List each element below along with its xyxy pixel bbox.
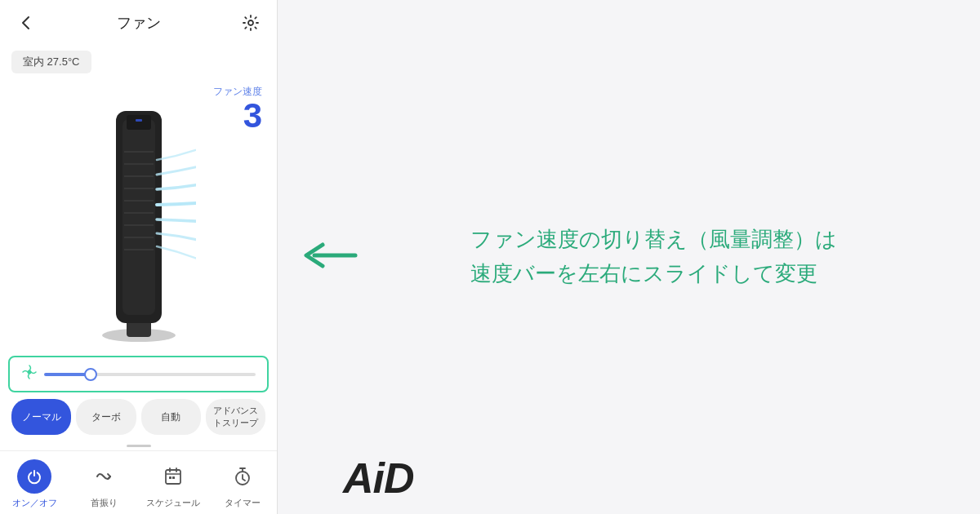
fan-speed-value: 3: [213, 99, 262, 133]
nav-item-timer[interactable]: タイマー: [207, 459, 277, 509]
nav-item-power[interactable]: オン／オフ: [0, 459, 69, 509]
mode-buttons: ノーマル ターボ 自動 アドバンストスリープ: [0, 392, 277, 441]
fan-speed-label: ファン速度 3: [213, 85, 262, 133]
scroll-indicator: [0, 441, 277, 450]
mode-turbo-button[interactable]: ターボ: [76, 399, 136, 435]
power-icon: [17, 459, 51, 494]
svg-point-0: [248, 20, 253, 25]
swing-icon: [87, 459, 121, 494]
svg-rect-5: [127, 115, 151, 130]
settings-button[interactable]: [239, 11, 262, 34]
header: ファン: [0, 0, 277, 46]
annotation-line1: ファン速度の切り替え（風量調整）は: [470, 223, 837, 257]
page-title: ファン: [117, 13, 161, 33]
nav-label-power: オン／オフ: [12, 497, 57, 509]
annotation-panel: ファン速度の切り替え（風量調整）は 速度バーを左右にスライドして変更 AiD: [278, 0, 980, 514]
svg-rect-6: [136, 119, 142, 122]
fan-display: ファン速度 3: [0, 78, 277, 356]
speed-slider-area: [8, 356, 269, 392]
bottom-nav: オン／オフ 首振り スケジュール: [0, 450, 277, 514]
phone-panel: ファン 室内 27.5°C ファン速度 3: [0, 0, 278, 514]
timer-icon: [225, 459, 260, 494]
arrow-container: [302, 235, 359, 279]
fan-image: [82, 86, 196, 348]
nav-label-timer: タイマー: [225, 497, 261, 509]
room-temp-bar: 室内 27.5°C: [0, 46, 277, 78]
svg-rect-18: [169, 476, 172, 479]
nav-label-schedule: スケジュール: [146, 497, 200, 509]
mode-normal-button[interactable]: ノーマル: [11, 399, 71, 435]
schedule-icon: [156, 459, 190, 494]
svg-rect-19: [172, 476, 175, 479]
mode-auto-button[interactable]: 自動: [141, 399, 201, 435]
svg-rect-4: [122, 119, 155, 315]
room-temp-badge: 室内 27.5°C: [11, 51, 91, 73]
mode-advanced-button[interactable]: アドバンストスリープ: [206, 399, 265, 435]
speed-slider[interactable]: [44, 373, 256, 376]
nav-item-swing[interactable]: 首振り: [69, 459, 139, 509]
back-button[interactable]: [15, 11, 38, 34]
annotation-line2: 速度バーを左右にスライドして変更: [470, 257, 837, 291]
aid-watermark: AiD: [343, 454, 414, 503]
scroll-dot: [127, 445, 151, 447]
nav-label-swing: 首振り: [91, 497, 118, 509]
fan-speed-icon: [21, 364, 38, 384]
annotation-text: ファン速度の切り替え（風量調整）は 速度バーを左右にスライドして変更: [470, 223, 837, 290]
nav-item-schedule[interactable]: スケジュール: [139, 459, 208, 509]
